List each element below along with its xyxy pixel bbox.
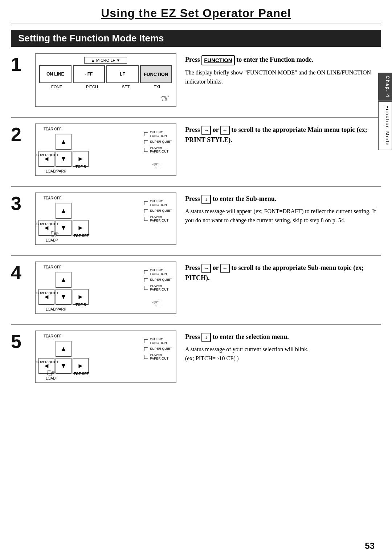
online-box (144, 132, 148, 136)
right-arrow-key-4: → (201, 264, 211, 273)
right-arrow-key-2: → (201, 126, 211, 135)
step-3-number: 3 (11, 193, 26, 213)
step-5-desc: Press ↓ to enter the selection menu. A s… (185, 331, 381, 363)
superquiet-box (144, 140, 148, 144)
down-arrow-key-5: ↓ (201, 333, 211, 342)
step-3-row: 3 TEAR OFF ▲ ◄ ▼ ► ON LINEFUNCTION SUPER… (11, 193, 381, 245)
nav-right-btn: ► (73, 151, 89, 167)
step-5-panel: TEAR OFF ▲ ◄ ▼ ► ON LINEFUNCTION SUPER Q… (35, 331, 176, 383)
right-indicators-5: ON LINEFUNCTION SUPER QUIET POWERPAPER O… (144, 338, 172, 361)
tof-label-4: TOF S (75, 303, 86, 307)
step-1-number: 1 (11, 53, 26, 74)
separator-2 (11, 186, 381, 187)
down-arrow-key-3: ↓ (201, 195, 211, 204)
power-text: POWERPAPER OUT (150, 146, 168, 154)
tof-label-2: TOF S (75, 165, 86, 169)
right-indicators-3: ON LINEFUNCTION SUPER QUIET POWERPAPER O… (144, 200, 172, 223)
step-4-number: 4 (11, 262, 26, 282)
right-indicators-4: ON LINEFUNCTION SUPER QUIET POWERPAPER O… (144, 269, 172, 292)
online-text-5: ON LINEFUNCTION (150, 338, 167, 345)
nav-blank-tr-4 (73, 272, 89, 288)
nav-blank-tr-3 (73, 203, 89, 219)
superquiet-text-4: SUPER QUIET (150, 278, 172, 282)
nav-up-btn-3: ▲ (56, 203, 72, 219)
super-quiet-left-2: SUPER QUIET (36, 153, 58, 157)
pitch-label: PITCH (86, 85, 98, 89)
function-btn: FUNCTION (140, 65, 172, 83)
online-box-5 (144, 339, 148, 343)
online-indicator-3: ON LINEFUNCTION (144, 200, 172, 207)
nav-right-btn-5: ► (73, 358, 89, 374)
sidebar-chap-label: Chap. 4 (378, 73, 392, 101)
hand-pointer-icon: ☞ (160, 92, 171, 105)
superquiet-indicator-5: SUPER QUIET (144, 347, 172, 351)
font-label: FONT (51, 85, 62, 89)
power-text-3: POWERPAPER OUT (150, 215, 168, 223)
step-4-row: 4 TEAR OFF ▲ ◄ ▼ ► ON LINEFUNCTION SUPER… (11, 262, 381, 314)
page-number: 53 (365, 541, 375, 551)
step-1-desc: Press FUNCTION to enter the Function mod… (185, 53, 381, 86)
nav-up-btn-4: ▲ (56, 272, 72, 288)
right-indicators-2: ON LINEFUNCTION SUPER QUIET POWERPAPER O… (144, 131, 172, 154)
online-btn: ON LINE (39, 65, 72, 83)
step-1-subtext: The display briefly show "FUNCTION MODE"… (185, 68, 381, 86)
step-3-instruction: Press ↓ to enter the Sub-menu. (185, 194, 381, 204)
tear-off-label-4: TEAR OFF (44, 265, 61, 269)
online-box-4 (144, 270, 148, 274)
hand-icon-4: ☞ (151, 297, 162, 310)
lf-btn: LF (106, 65, 139, 83)
power-box-3 (144, 217, 148, 221)
step-4-panel: TEAR OFF ▲ ◄ ▼ ► ON LINEFUNCTION SUPER Q… (35, 262, 176, 314)
sidebar: Chap. 4 Function Mode (378, 73, 392, 150)
panel1-buttons: ON LINE · FF LF FUNCTION (39, 65, 172, 83)
step-2-panel: TEAR OFF ▲ ◄ ▼ ► ON LINEFUNCTION SUPER Q… (35, 123, 176, 176)
step-4-instruction: Press → or ← to scroll to the appropriat… (185, 263, 381, 283)
step-2-instruction: Press → or ← to scroll to the appropriat… (185, 125, 381, 145)
nav-blank-tl-3 (38, 203, 54, 219)
online-indicator-5: ON LINEFUNCTION (144, 338, 172, 345)
nav-blank-tl-5 (38, 341, 54, 357)
online-indicator-4: ON LINEFUNCTION (144, 269, 172, 276)
super-quiet-left-5: SUPER QUIET (36, 360, 58, 364)
tof-label-5: TOF SET (74, 372, 89, 376)
sidebar-func-label: Function Mode (378, 101, 392, 150)
nav-right-btn-4: ► (73, 289, 89, 305)
step-5-number: 5 (11, 331, 26, 351)
step-2-desc: Press → or ← to scroll to the appropriat… (185, 123, 381, 148)
step-3-panel: TEAR OFF ▲ ◄ ▼ ► ON LINEFUNCTION SUPER Q… (35, 193, 176, 245)
left-arrow-key-4: ← (220, 264, 230, 273)
hand-icon-2: ☞ (151, 159, 162, 172)
online-box-3 (144, 201, 148, 205)
power-indicator: POWERPAPER OUT (144, 146, 172, 154)
superquiet-box-5 (144, 347, 148, 351)
power-indicator-4: POWERPAPER OUT (144, 284, 172, 292)
step-5-instruction: Press ↓ to enter the selection menu. (185, 332, 381, 342)
step-3-subtext: A status message will appear (ex; FONT=D… (185, 207, 381, 225)
tear-off-label-5: TEAR OFF (44, 334, 61, 338)
set-label: SET (122, 85, 130, 89)
nav-buttons-4: ▲ ◄ ▼ ► (38, 272, 89, 305)
function-key: FUNCTION (201, 55, 235, 66)
left-arrow-key-2: ← (220, 126, 230, 135)
power-text-4: POWERPAPER OUT (150, 284, 168, 292)
separator-3 (11, 255, 381, 256)
hand-icon-3-left: ☞ (49, 227, 61, 242)
online-indicator: ON LINEFUNCTION (144, 131, 172, 138)
nav-blank-tl-4 (38, 272, 54, 288)
super-quiet-left-3: SUPER QUIET (36, 222, 58, 226)
online-text-4: ON LINEFUNCTION (150, 269, 167, 276)
nav-buttons-3: ▲ ◄ ▼ ► (38, 203, 89, 236)
content-area: 1 ▲ MICRO LF ▼ ON LINE · FF LF FUNCTION … (11, 53, 381, 383)
nav-blank-tr-5 (73, 341, 89, 357)
nav-up-btn-5: ▲ (56, 341, 72, 357)
nav-buttons-5: ▲ ◄ ▼ ► (38, 341, 89, 374)
step-1-row: 1 ▲ MICRO LF ▼ ON LINE · FF LF FUNCTION … (11, 53, 381, 107)
nav-up-btn: ▲ (56, 134, 72, 150)
step-5-row: 5 TEAR OFF ▲ ◄ ▼ ► ON LINEFUNCTION SUPER… (11, 331, 381, 383)
step-2-row: 2 TEAR OFF ▲ ◄ ▼ ► ON LINEFUNCTION SUPER… (11, 123, 381, 176)
power-indicator-5: POWERPAPER OUT (144, 353, 172, 361)
panel1-labels: FONT PITCH SET EXI (39, 85, 172, 89)
separator-4 (11, 324, 381, 325)
step-1-panel: ▲ MICRO LF ▼ ON LINE · FF LF FUNCTION FO… (35, 53, 176, 107)
tof-label-3: TOF SET (74, 234, 89, 238)
